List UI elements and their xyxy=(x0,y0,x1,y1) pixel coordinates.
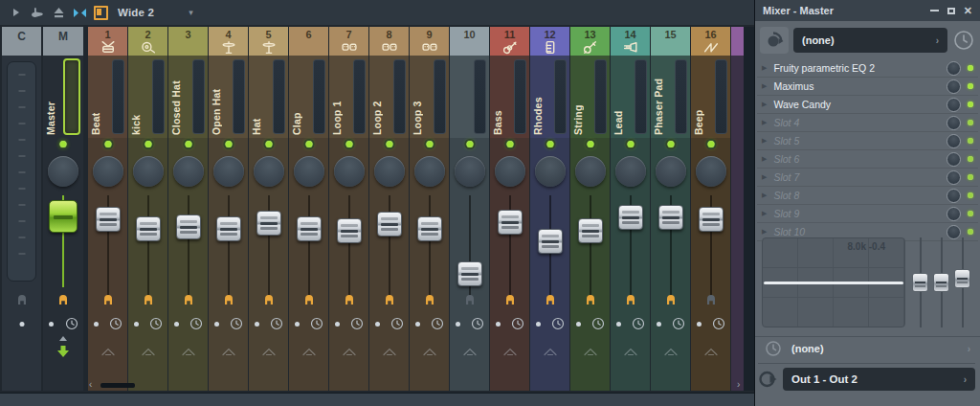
record-dot[interactable] xyxy=(214,322,219,327)
pan-knob[interactable] xyxy=(48,156,78,187)
channel-header[interactable]: 11 xyxy=(490,27,529,56)
clock-icon[interactable] xyxy=(310,317,323,330)
record-dot[interactable] xyxy=(576,322,581,327)
mixer-channel[interactable]: 15 Phaser Pad xyxy=(651,27,690,391)
clock-icon[interactable] xyxy=(230,317,243,330)
slot-expand-icon[interactable]: ▶ xyxy=(762,155,767,163)
fx-plug-icon[interactable] xyxy=(463,292,477,307)
mixer-channel[interactable]: 1 Beat xyxy=(88,27,127,391)
master-column-header[interactable]: M xyxy=(43,27,83,56)
mute-led[interactable] xyxy=(466,141,473,147)
mute-led[interactable] xyxy=(587,141,593,147)
fx-slot[interactable]: ▶ Maximus xyxy=(757,78,978,96)
fx-plug-icon[interactable] xyxy=(584,292,597,307)
mute-led[interactable] xyxy=(185,141,191,147)
slot-enable-led[interactable] xyxy=(968,83,973,89)
clock-icon[interactable] xyxy=(632,317,645,330)
volume-fader[interactable] xyxy=(256,211,281,236)
fx-slot[interactable]: ▶ Slot 5 xyxy=(757,132,978,150)
channel-header[interactable]: 2 xyxy=(128,27,167,56)
slot-enable-led[interactable] xyxy=(968,120,973,125)
send-arrow-icon[interactable] xyxy=(141,347,156,356)
record-dot[interactable] xyxy=(657,322,661,327)
mute-led[interactable] xyxy=(506,141,513,147)
pan-knob[interactable] xyxy=(254,156,284,187)
mixer-channel[interactable]: 5 Hat xyxy=(249,27,288,391)
volume-fader[interactable] xyxy=(498,210,523,235)
record-dot[interactable] xyxy=(19,322,24,327)
pan-knob[interactable] xyxy=(414,156,445,187)
detach-arrows-icon[interactable] xyxy=(70,3,89,22)
clock-icon[interactable] xyxy=(591,317,605,330)
fx-plug-icon[interactable] xyxy=(302,292,316,307)
time-slot-row[interactable]: (none) › xyxy=(755,336,980,360)
record-dot[interactable] xyxy=(536,322,541,327)
record-dot[interactable] xyxy=(94,322,99,327)
eject-icon[interactable] xyxy=(49,3,68,22)
collapse-arrow-icon[interactable] xyxy=(7,3,26,22)
record-dot[interactable] xyxy=(49,322,54,327)
pan-knob[interactable] xyxy=(696,156,726,187)
channel-header[interactable]: 5 xyxy=(249,27,288,56)
send-arrow-icon[interactable] xyxy=(261,347,277,356)
mixer-channel[interactable]: 2 kick xyxy=(128,27,167,391)
fx-plug-icon[interactable] xyxy=(56,292,70,307)
clock-icon[interactable] xyxy=(149,317,163,330)
send-arrow-icon[interactable] xyxy=(221,347,236,356)
output-dropdown[interactable]: Out 1 - Out 2 › xyxy=(783,368,975,391)
eq-curve[interactable] xyxy=(764,282,903,284)
partial-channel[interactable] xyxy=(731,27,744,391)
record-dot[interactable] xyxy=(295,322,300,327)
fx-slot[interactable]: ▶ Slot 8 xyxy=(757,187,978,205)
send-arrow-icon[interactable] xyxy=(663,347,679,356)
mute-led[interactable] xyxy=(265,141,272,147)
channel-header[interactable]: 16 xyxy=(691,27,730,56)
slot-mix-knob[interactable] xyxy=(947,116,961,130)
fx-plug-icon[interactable] xyxy=(182,292,195,307)
pan-knob[interactable] xyxy=(374,156,405,187)
volume-fader[interactable] xyxy=(136,216,161,241)
slot-enable-led[interactable] xyxy=(968,192,973,198)
record-dot[interactable] xyxy=(134,322,139,327)
clock-icon[interactable] xyxy=(109,317,122,330)
eq-band-fader-mid[interactable] xyxy=(932,237,951,327)
clock-icon[interactable] xyxy=(270,317,283,330)
fx-plug-icon[interactable] xyxy=(222,292,235,307)
channel-header[interactable]: 12 xyxy=(530,27,569,56)
clock-icon[interactable] xyxy=(551,317,565,330)
scroll-up-icon[interactable] xyxy=(59,336,67,341)
volume-fader[interactable] xyxy=(417,216,442,241)
send-arrow-icon[interactable] xyxy=(181,347,196,356)
mixer-channel[interactable]: 16 Beep xyxy=(691,27,730,391)
pan-knob[interactable] xyxy=(535,156,566,187)
pan-knob[interactable] xyxy=(133,156,164,187)
volume-fader[interactable] xyxy=(96,207,121,232)
plugin-picker-icon[interactable] xyxy=(760,27,789,54)
mute-led[interactable] xyxy=(707,141,714,147)
slot-enable-led[interactable] xyxy=(968,65,973,71)
pan-knob[interactable] xyxy=(455,156,485,187)
fx-slot[interactable]: ▶ Slot 7 xyxy=(757,169,978,187)
slot-mix-knob[interactable] xyxy=(947,152,961,167)
pan-knob[interactable] xyxy=(173,156,204,187)
channel-header[interactable]: 14 xyxy=(611,27,650,56)
slot-mix-knob[interactable] xyxy=(947,98,961,112)
close-icon[interactable]: ✕ xyxy=(964,6,972,16)
mute-led[interactable] xyxy=(305,141,312,147)
channel-header[interactable]: 1 xyxy=(88,27,127,56)
slot-expand-icon[interactable]: ▶ xyxy=(762,210,767,217)
pan-knob[interactable] xyxy=(656,156,686,187)
volume-fader[interactable] xyxy=(578,218,603,243)
record-dot[interactable] xyxy=(456,322,460,327)
fx-slot[interactable]: ▶ Slot 9 xyxy=(757,205,978,223)
slot-expand-icon[interactable]: ▶ xyxy=(762,137,767,145)
audio-output-icon[interactable] xyxy=(758,369,779,390)
mixer-channel[interactable]: 6 Clap xyxy=(289,27,328,391)
master-volume-fader[interactable] xyxy=(49,200,78,233)
channel-header[interactable]: 13 xyxy=(570,27,610,56)
dock-square-icon[interactable] xyxy=(91,3,110,22)
fx-plug-icon[interactable] xyxy=(101,292,115,307)
record-dot[interactable] xyxy=(496,322,501,327)
record-dot[interactable] xyxy=(255,322,259,327)
mixer-channel[interactable]: 11 Bass xyxy=(490,27,529,391)
